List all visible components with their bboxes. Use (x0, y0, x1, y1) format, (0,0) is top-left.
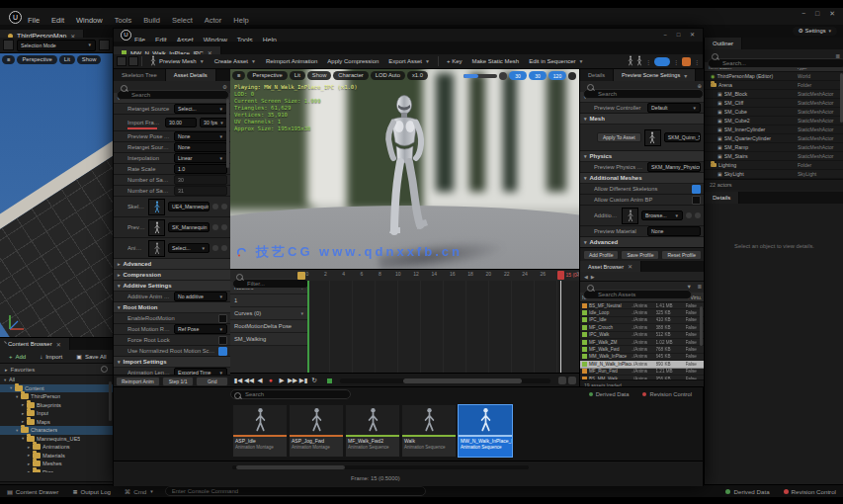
timeline-track-curves-0[interactable]: Curves (0)▾ (230, 307, 307, 320)
modes-icon[interactable] (99, 40, 110, 50)
level-viewport-pill-lit[interactable]: Lit (59, 55, 75, 64)
tab-anim-details[interactable]: Details (580, 69, 614, 81)
asset-tile-walk[interactable]: WalkAnimation Sequence (401, 404, 457, 458)
drawer-search-input[interactable] (230, 389, 351, 399)
character-follow-icon[interactable] (636, 52, 642, 70)
asset-tile-asp-idle[interactable]: ASP_IdleAnimation Montage (232, 404, 288, 458)
edit-in-sequencer-button[interactable]: Edit in Sequencer▼ (524, 55, 588, 67)
level-viewport[interactable]: ≡ PerspectiveLitShow (0, 53, 114, 337)
save-icon[interactable] (117, 56, 126, 66)
preview-scene-checkbox-allow-custom-anim-bp[interactable] (692, 196, 701, 205)
favorites-row[interactable]: ▸ Favorites (0, 364, 113, 376)
transport-loop-button[interactable]: ↻ (309, 377, 319, 384)
asset-row-ipc-idle[interactable]: IPC_Idle../Anims410 KBFalse (580, 317, 704, 324)
preview-mesh-button[interactable]: Preview Mesh▼ (145, 55, 210, 67)
asset-tile-mf-walk-fwd2[interactable]: MF_Walk_Fwd2Animation Sequence (345, 404, 400, 458)
asset-details-footer-button-reimport-anim[interactable]: Reimport Anim (116, 377, 160, 386)
save-all-button[interactable]: ▣ Save All (71, 352, 111, 362)
outliner-row-sm-cliff[interactable]: ▣SM_CliffStaticMeshActor (705, 99, 843, 108)
content-tree-item-rigs[interactable]: ▸Rigs (0, 468, 113, 473)
search-icon[interactable] (101, 366, 108, 373)
preview-scene-thumbnail-preview-mesh-animation[interactable] (644, 129, 661, 146)
asset-tile-asp-jog-fwd[interactable]: ASP_Jog_FwdAnimation Montage (289, 404, 344, 458)
transport-step-back-button[interactable]: ◀◀ (244, 377, 254, 384)
content-drawer-button[interactable]: ▤Content Drawer (0, 488, 65, 495)
transport-step-forward-button[interactable]: ▶▶ (288, 377, 297, 384)
asset-details-checkbox-use-normalized-root-motion-scale[interactable] (218, 347, 227, 356)
outliner-row-sm-block[interactable]: ▣SM_BlockStaticMeshActor (705, 90, 843, 99)
content-tree-item-meshes[interactable]: ▸Meshes (0, 460, 113, 468)
folder-filter-icon[interactable]: ▼ (687, 284, 692, 290)
asset-details-asset-picker-skeleton[interactable]: UE4_Mannequin_Skeleton▼ (168, 202, 210, 211)
viewport-menu-icon[interactable]: ≡ (232, 71, 245, 80)
use-selected-icon[interactable] (212, 245, 218, 251)
content-tree-item-thirdperson[interactable]: ▾ThirdPerson (0, 392, 113, 401)
outliner-row-skylight[interactable]: ▣SkyLightSkyLight (705, 170, 843, 179)
asset-row-bs-mf-neutral[interactable]: BS_MF_Neutral../Anims1.41 MBFalse (580, 302, 704, 309)
content-tree-item-maps[interactable]: ▸Maps (0, 418, 113, 427)
asset-row-mm-walk-inplace[interactable]: MM_Walk_InPlace../Anims645 KBFalse (580, 354, 704, 361)
filter-icon[interactable]: ≣ (835, 52, 840, 59)
window-controls[interactable]: − □ ✕ (801, 10, 839, 18)
revision-control-status[interactable]: Revision Control (777, 488, 843, 495)
transport-jump-to-start-button[interactable]: ▮◀ (233, 377, 243, 384)
asset-details-section-additive-settings[interactable]: ▾Additive Settings (114, 281, 230, 292)
forward-icon[interactable]: ▶ (591, 274, 595, 280)
add-key-button[interactable]: + Key (442, 55, 467, 67)
revision-control-status[interactable]: Revision Control (635, 391, 699, 397)
browse-to-asset-icon[interactable] (128, 56, 138, 66)
preview-scene-section-additional-meshes[interactable]: ▾Additional Meshes (580, 173, 704, 184)
profile-button-add-profile[interactable]: Add Profile (583, 250, 619, 260)
content-tree-item-content[interactable]: ▾Content (0, 384, 113, 393)
anim-viewport-pill-lod-auto[interactable]: LOD Auto (371, 71, 405, 80)
drawer-hscrollbar[interactable] (232, 465, 529, 469)
screenshot-icon[interactable] (499, 72, 507, 80)
preview-scene-section-physics[interactable]: ▾Physics (580, 151, 704, 162)
anim-viewport-pill-show[interactable]: Show (307, 71, 332, 80)
asset-browser-search-input[interactable] (583, 290, 692, 299)
content-tree-item-blueprints[interactable]: ▸Blueprints (0, 401, 113, 410)
outliner-row-sm-cube[interactable]: ▣SM_CubeStaticMeshActor (705, 108, 843, 117)
preview-scene-dropdown-preview-physics-asset[interactable]: SKM_Manny_PhysicsAsset▼ (647, 162, 701, 172)
asset-row-bs-mm-walk[interactable]: BS_MM_Walk../Anims956 KBFalse (580, 376, 704, 379)
outliner-row-arena[interactable]: ArenaFolder (705, 81, 843, 90)
preview-scene-section-advanced[interactable]: ▾Advanced (580, 237, 704, 247)
outliner-row-lighting[interactable]: LightingFolder (705, 161, 843, 170)
scrollbar[interactable] (226, 99, 229, 168)
asset-details-thumbnail-preview-mesh[interactable] (148, 219, 165, 236)
derived-data-status[interactable]: Derived Data (718, 488, 776, 495)
tab-content-browser[interactable]: Content Browser✕ (0, 338, 70, 350)
zoom-out-icon[interactable] (558, 377, 566, 384)
tab-asset-details[interactable]: Asset Details (166, 69, 216, 81)
preview-scene-search-input[interactable] (583, 89, 704, 99)
content-tree-item-characters[interactable]: ▾Characters (0, 426, 113, 435)
settings-icon[interactable]: ⚙ (222, 84, 227, 90)
level-viewport-pill-perspective[interactable]: Perspective (17, 55, 56, 64)
output-log-button[interactable]: ≣Output Log (65, 488, 118, 495)
browse-icon[interactable] (221, 245, 227, 251)
fullscreen-icon[interactable] (568, 72, 576, 80)
asset-details-dropdown-animation-length[interactable]: Exported Time▼ (174, 368, 227, 375)
asset-details-dropdown-root-motion-root-lock[interactable]: Ref Pose▼ (174, 324, 227, 334)
asset-details-field-import-frame-rate[interactable]: 30.00 (165, 118, 197, 127)
cmd-button[interactable]: ⌘Cmd▼ (118, 488, 161, 495)
asset-row-mf-crouch[interactable]: MF_Crouch../Anims388 KBFalse (580, 324, 704, 331)
content-tree-item-materials[interactable]: ▸Materials (0, 452, 113, 461)
tab-skeleton-tree[interactable]: Skeleton Tree (114, 69, 166, 81)
preview-scene-button-apply-to-asset[interactable]: Apply To Asset (597, 132, 641, 142)
asset-details-asset-picker-anim-asset-user-data[interactable]: Select...▼ (168, 243, 210, 253)
browse-icon[interactable] (695, 212, 701, 218)
track-options-icon[interactable] (297, 272, 305, 280)
outliner-row-sm-cube2[interactable]: ▣SM_Cube2StaticMeshActor (705, 117, 843, 126)
asset-details-field-rate-scale[interactable]: 1.0 (174, 164, 227, 174)
back-icon[interactable]: ◀ (584, 274, 588, 280)
outliner-row-thirdpersonmap-editor[interactable]: ◉ThirdPersonMap (Editor)World (705, 72, 843, 81)
asset-details-dropdown-retarget-source[interactable]: Select...▼ (174, 104, 227, 114)
browse-icon[interactable] (221, 204, 227, 210)
close-icon[interactable]: ✕ (56, 341, 61, 348)
filter-icon[interactable]: ≣ (697, 284, 702, 290)
character-icon[interactable] (628, 52, 633, 70)
import-button[interactable]: ↓ Import (35, 352, 67, 362)
asset-details-thumbnail-anim-asset-user-data[interactable] (148, 240, 165, 257)
settings-icon[interactable]: ⊕ (697, 83, 702, 89)
